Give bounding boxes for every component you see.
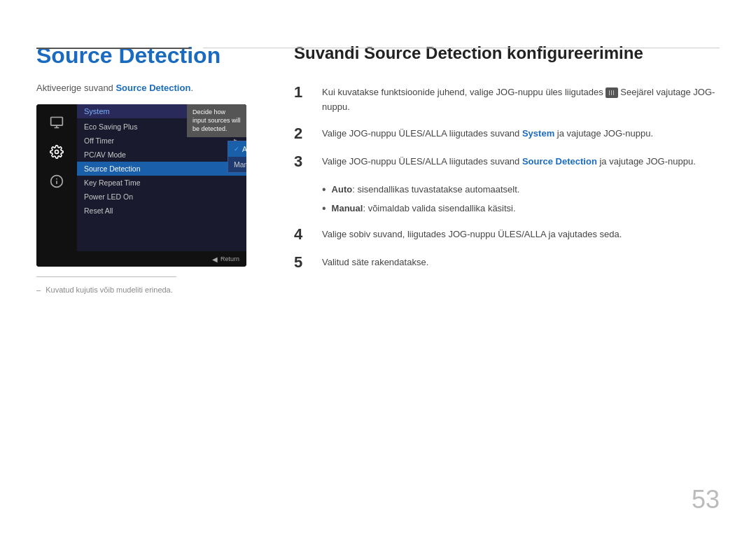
manual-label: Manual bbox=[332, 203, 363, 213]
menu-item-keyrepeat: Key Repeat Time bbox=[77, 176, 246, 190]
step-4-number: 4 bbox=[294, 225, 311, 244]
submenu-item-manual: Manual bbox=[228, 157, 246, 172]
menu-item-eco-label: Eco Saving Plus bbox=[84, 122, 137, 131]
menu-item-pcav-label: PC/AV Mode bbox=[84, 150, 126, 159]
submenu-panel: ✓ Auto Manual bbox=[227, 141, 246, 173]
bullet-section: • Auto: sisendallikas tuvastatakse autom… bbox=[322, 183, 720, 216]
left-divider bbox=[36, 276, 176, 277]
bullet-manual-text: Manual: võimaldab valida sisendallika kä… bbox=[332, 202, 516, 216]
steps-list-2: 4 Valige sobiv suvand, liigutades JOG-nu… bbox=[294, 225, 720, 272]
settings-icon bbox=[47, 142, 66, 162]
bullet-auto: • Auto: sisendallikas tuvastatakse autom… bbox=[322, 183, 720, 197]
activate-text: Aktiveerige suvand Source Detection. bbox=[36, 83, 245, 93]
svg-point-3 bbox=[55, 150, 59, 154]
menu-sidebar bbox=[36, 104, 77, 251]
activate-bold: Source Detection bbox=[115, 83, 190, 93]
page-number: 53 bbox=[692, 485, 720, 514]
monitor-bottom-bar: ◀ Return bbox=[36, 251, 246, 267]
step-4: 4 Valige sobiv suvand, liigutades JOG-nu… bbox=[294, 225, 720, 244]
bullet-manual: • Manual: võimaldab valida sisendallika … bbox=[322, 202, 720, 216]
activate-suffix: . bbox=[190, 83, 193, 93]
menu-item-pcav: PC/AV Mode bbox=[77, 148, 246, 162]
step-2: 2 Valige JOG-nuppu ÜLES/ALLA liigutades … bbox=[294, 125, 720, 143]
step-2-text: Valige JOG-nuppu ÜLES/ALLA liigutades su… bbox=[322, 125, 653, 141]
caption-text: – Kuvatud kujutis võib mudeliti erineda. bbox=[36, 286, 245, 294]
caption-dash: – bbox=[36, 286, 41, 294]
step-4-text: Valige sobiv suvand, liigutades JOG-nupp… bbox=[322, 225, 622, 242]
bullet-dot-1: • bbox=[322, 183, 326, 196]
return-label: Return bbox=[220, 255, 239, 262]
menu-main: System Eco Saving Plus Off Off Timer ▶ P… bbox=[77, 104, 246, 251]
auto-label: Auto bbox=[332, 184, 353, 195]
bullet-auto-text: Auto: sisendallikas tuvastatakse automaa… bbox=[332, 183, 520, 197]
menu-item-powerled-label: Power LED On bbox=[84, 192, 133, 201]
menu-item-sourcedetection: Source Detection bbox=[77, 162, 246, 176]
step-1-number: 1 bbox=[294, 83, 311, 101]
menu-item-sourcedetection-label: Source Detection bbox=[84, 164, 141, 173]
svg-rect-0 bbox=[51, 118, 63, 126]
menu-item-keyrepeat-label: Key Repeat Time bbox=[84, 178, 141, 187]
checkmark-icon: ✓ bbox=[234, 146, 239, 153]
bullet-dot-2: • bbox=[322, 202, 326, 215]
monitor-icon bbox=[47, 113, 66, 132]
monitor-mockup: System Eco Saving Plus Off Off Timer ▶ P… bbox=[36, 104, 246, 267]
step-5-number: 5 bbox=[294, 253, 311, 272]
info-icon bbox=[47, 171, 66, 191]
menu-item-offtimer-label: Off Timer bbox=[84, 136, 114, 145]
tooltip-box: Decide how input sources will be detecte… bbox=[187, 104, 246, 137]
jog-button-icon: ||| bbox=[606, 87, 617, 98]
top-rule-left bbox=[36, 48, 190, 49]
step-1: 1 Kui kuvatakse funktsioonide juhend, va… bbox=[294, 83, 720, 115]
steps-list: 1 Kui kuvatakse funktsioonide juhend, va… bbox=[294, 83, 720, 171]
step-2-system-bold: System bbox=[522, 128, 554, 139]
step-2-number: 2 bbox=[294, 125, 311, 143]
return-arrow-icon: ◀ bbox=[212, 255, 218, 263]
activate-prefix: Aktiveerige suvand bbox=[36, 83, 115, 93]
step-3-text: Valige JOG-nuppu ÜLES/ALLA liigutades su… bbox=[322, 153, 696, 169]
step-3: 3 Valige JOG-nuppu ÜLES/ALLA liigutades … bbox=[294, 153, 720, 171]
submenu-item-auto: ✓ Auto bbox=[228, 141, 246, 157]
menu-item-resetall-label: Reset All bbox=[84, 206, 113, 215]
menu-item-powerled: Power LED On bbox=[77, 190, 246, 204]
right-title: Suvandi Source Detection konfigureerimin… bbox=[294, 42, 720, 64]
menu-item-resetall: Reset All bbox=[77, 204, 246, 218]
step-5-text: Valitud säte rakendatakse. bbox=[322, 253, 428, 270]
step-3-sourcedetection-bold: Source Detection bbox=[522, 156, 597, 167]
caption-content: Kuvatud kujutis võib mudeliti erineda. bbox=[46, 286, 173, 294]
page-title: Source Detection bbox=[36, 42, 245, 69]
return-button: ◀ Return bbox=[212, 255, 239, 263]
step-1-text: Kui kuvatakse funktsioonide juhend, vali… bbox=[322, 83, 720, 115]
submenu-manual-label: Manual bbox=[234, 160, 246, 169]
submenu-auto-label: Auto bbox=[242, 145, 246, 153]
step-3-number: 3 bbox=[294, 153, 311, 171]
top-rule-right bbox=[203, 48, 720, 48]
step-5: 5 Valitud säte rakendatakse. bbox=[294, 253, 720, 272]
